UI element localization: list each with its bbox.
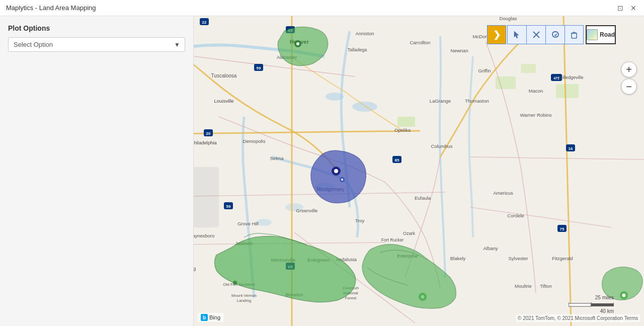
svg-text:Warner Robins: Warner Robins	[520, 112, 551, 118]
zoom-out-button[interactable]: −	[621, 78, 637, 95]
svg-text:Louisville: Louisville	[214, 98, 233, 104]
svg-point-105	[233, 281, 237, 285]
svg-text:59: 59	[226, 204, 231, 209]
svg-text:Talladega: Talladega	[348, 47, 367, 52]
svg-text:Opelika: Opelika	[394, 127, 411, 133]
svg-rect-8	[521, 64, 536, 73]
svg-rect-10	[194, 167, 219, 227]
trash-icon	[570, 30, 579, 39]
map-nav-button[interactable]: ❯	[487, 25, 506, 44]
svg-text:LaGrange: LaGrange	[430, 98, 451, 104]
svg-text:Griffin: Griffin	[478, 68, 491, 73]
svg-point-111	[341, 179, 343, 181]
lasso-tool-button[interactable]	[545, 25, 565, 44]
svg-text:Philadelphia: Philadelphia	[194, 140, 217, 145]
svg-text:Milledgeville: Milledgeville	[558, 75, 583, 80]
lasso-icon	[551, 30, 560, 39]
main-layout: Plot Options Select Option ▼	[0, 16, 644, 326]
x-select-icon	[532, 30, 541, 39]
svg-rect-119	[569, 303, 591, 306]
svg-text:Macon: Macon	[529, 88, 543, 94]
map-view-label: Road	[600, 31, 615, 38]
minimize-button[interactable]: ⊡	[616, 4, 625, 13]
svg-text:Carrollton: Carrollton	[410, 40, 430, 45]
title-bar-controls: ⊡ ✕	[616, 4, 638, 13]
scale-bar-graphic	[569, 301, 614, 307]
svg-text:Fitzgerald: Fitzgerald	[552, 256, 573, 261]
map-container[interactable]: 22 20 59 59 65 65 85 20 75	[194, 16, 644, 326]
svg-text:Mount Vernon: Mount Vernon	[231, 293, 257, 298]
app-title: Maplytics - Land Area Mapping	[6, 4, 96, 12]
svg-text:Sylvester: Sylvester	[508, 256, 528, 261]
scale-miles: 25 miles	[569, 295, 614, 300]
cursor-tool-button[interactable]	[507, 25, 526, 44]
svg-rect-114	[572, 33, 577, 38]
svg-point-2	[352, 102, 377, 112]
svg-text:Demopolis: Demopolis	[243, 138, 266, 144]
svg-text:Grove Hill: Grove Hill	[237, 221, 259, 226]
plot-options-select[interactable]: Select Option	[8, 37, 185, 52]
attribution-text: © 2021 TomTom, © 2021 Microsoft Corporat…	[518, 315, 638, 321]
svg-text:Albany: Albany	[483, 246, 498, 251]
svg-point-109	[334, 169, 338, 173]
svg-text:Thomaston: Thomaston	[465, 98, 489, 104]
svg-point-102	[296, 42, 299, 45]
map-view-icon	[587, 29, 598, 40]
svg-text:Waynesboro: Waynesboro	[194, 233, 214, 238]
map-view-button[interactable]: Road	[586, 25, 616, 44]
svg-text:Troy: Troy	[355, 218, 365, 223]
svg-text:20: 20	[206, 131, 211, 136]
bing-logo: b Bing	[198, 313, 223, 322]
svg-text:75: 75	[560, 227, 565, 231]
scale-bar: 25 miles 40 km	[569, 295, 614, 314]
svg-text:Eufaula: Eufaula	[415, 195, 431, 201]
title-bar: Maplytics - Land Area Mapping ⊡ ✕	[0, 0, 644, 16]
map-background: 22 20 59 59 65 65 85 20 75	[194, 16, 644, 326]
svg-text:Tifton: Tifton	[540, 283, 551, 289]
svg-point-4	[257, 219, 272, 226]
scale-km: 40 km	[569, 308, 614, 314]
map-toolbar: ❯	[487, 25, 616, 44]
sidebar: Plot Options Select Option ▼	[0, 16, 194, 326]
svg-rect-120	[591, 303, 614, 306]
plot-options-title: Plot Options	[8, 24, 185, 32]
svg-text:22: 22	[202, 20, 207, 25]
cursor-icon	[513, 30, 522, 39]
svg-text:Blakely: Blakely	[450, 256, 466, 261]
zoom-in-button[interactable]: +	[621, 61, 637, 77]
svg-text:Forest: Forest	[345, 296, 357, 300]
svg-text:16: 16	[569, 146, 573, 151]
svg-text:Fort Rucker: Fort Rucker	[381, 237, 404, 242]
bing-label: Bing	[209, 314, 220, 320]
svg-text:Tuscaloosa: Tuscaloosa	[211, 73, 237, 78]
svg-text:Americus: Americus	[493, 190, 513, 196]
bing-b-icon: b	[201, 314, 208, 321]
select-tool-button[interactable]	[526, 25, 545, 44]
delete-tool-button[interactable]	[565, 25, 584, 44]
svg-text:Columbus: Columbus	[431, 143, 453, 149]
svg-point-107	[622, 294, 626, 297]
svg-text:Douglas: Douglas	[500, 16, 517, 21]
svg-text:Ozark: Ozark	[403, 231, 416, 236]
title-bar-left: Maplytics - Land Area Mapping	[6, 4, 96, 12]
svg-text:59: 59	[257, 66, 261, 70]
svg-text:Selma: Selma	[270, 155, 284, 161]
close-button[interactable]: ✕	[629, 4, 638, 13]
map-attribution: © 2021 TomTom, © 2021 Microsoft Corporat…	[516, 314, 640, 322]
svg-point-1	[326, 93, 344, 101]
svg-text:Moultrie: Moultrie	[515, 283, 532, 289]
svg-text:Greenville: Greenville	[296, 208, 318, 213]
plot-options-select-wrapper: Select Option ▼	[8, 37, 185, 52]
svg-text:Newnan: Newnan	[451, 48, 468, 53]
svg-text:Anniston: Anniston	[356, 31, 374, 36]
zoom-controls: + −	[621, 61, 637, 95]
svg-text:Cordele: Cordele	[507, 213, 524, 218]
svg-rect-6	[397, 117, 415, 127]
svg-text:Landing: Landing	[237, 298, 251, 303]
svg-text:85: 85	[395, 158, 399, 162]
svg-text:Hattiesburg: Hattiesburg	[194, 266, 196, 271]
svg-rect-9	[556, 84, 579, 98]
